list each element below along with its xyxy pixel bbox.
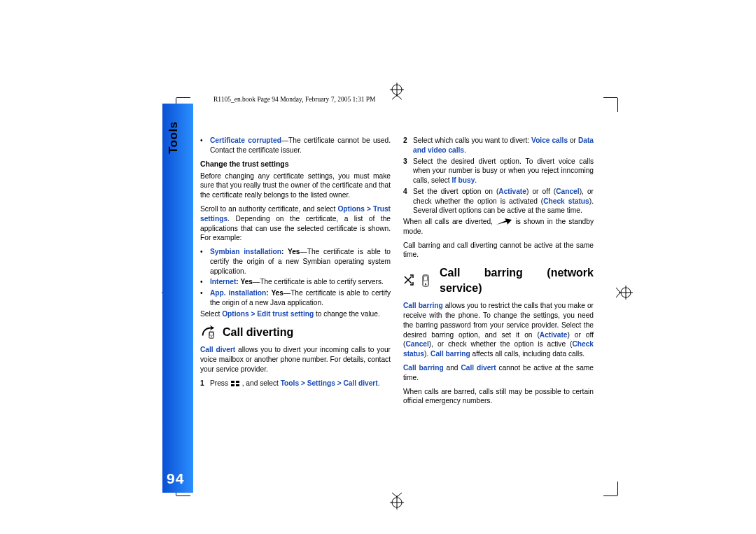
before-change-text: Before changing any certificate settings… xyxy=(200,171,391,200)
divert-arrow-icon xyxy=(496,218,512,225)
print-header: R1105_en.book Page 94 Monday, February 7… xyxy=(214,96,376,103)
bar-cancel-link: Cancel xyxy=(405,340,428,348)
step-1-num: 1 xyxy=(200,379,210,388)
bar-activate-link: Activate xyxy=(540,331,568,339)
cropmark-mid-bottom xyxy=(387,490,407,510)
section-label: Tools xyxy=(167,121,181,154)
divert-icon xyxy=(200,324,216,339)
svg-point-21 xyxy=(425,283,426,285)
app-install-label: App. installation xyxy=(210,289,266,297)
cancel-link: Cancel xyxy=(556,188,579,195)
select-edit-text: Select Options > Edit trust setting to c… xyxy=(200,309,391,319)
step-3-num: 3 xyxy=(403,157,413,185)
barring-divert-exclusive: Call barring and Call divert cannot be a… xyxy=(403,363,594,383)
cropmark-mid-right xyxy=(613,283,633,302)
divert-intro: Call divert allows you to divert your in… xyxy=(200,345,391,374)
if-busy-link: If busy xyxy=(451,176,475,184)
change-trust-heading: Change the trust settings xyxy=(200,159,391,169)
barring-intro: Call barring allows you to restrict the … xyxy=(403,301,594,359)
not-both-active: Call barring and call diverting cannot b… xyxy=(403,241,594,260)
edit-trust-link: Options > Edit trust setting xyxy=(222,310,314,318)
svg-rect-15 xyxy=(231,381,234,383)
cropmark-top-right xyxy=(603,92,623,112)
emergency-note: When calls are barred, calls still may b… xyxy=(403,387,594,407)
sidebar-band xyxy=(162,104,193,493)
activate-link: Activate xyxy=(498,188,526,195)
svg-rect-18 xyxy=(236,384,239,386)
symbian-label: Symbian installation xyxy=(210,248,281,255)
call-diverting-heading: Call diverting xyxy=(200,324,391,339)
cert-corrupted-label: Certificate corrupted xyxy=(210,136,281,144)
cropmark-mid-top xyxy=(387,83,407,102)
svg-rect-20 xyxy=(424,276,428,281)
left-column: • Certificate corrupted—The certificate … xyxy=(200,136,391,493)
barring-icon xyxy=(403,274,433,288)
voice-calls-link: Voice calls xyxy=(531,136,568,144)
scroll-text: Scroll to an authority certificate, and … xyxy=(200,204,391,243)
settings-call-divert-link: Tools > Settings > Call divert xyxy=(281,379,378,387)
menu-key-icon xyxy=(230,380,240,387)
internet-label: Internet xyxy=(210,278,236,286)
svg-point-14 xyxy=(211,337,211,337)
call-barring-heading: Call barring (network service) xyxy=(403,265,594,295)
cropmark-bottom-right xyxy=(603,482,623,501)
check-status-link: Check status xyxy=(543,197,589,205)
svg-rect-16 xyxy=(236,381,239,383)
svg-rect-13 xyxy=(210,333,214,336)
when-all-diverted: When all calls are diverted, is shown in… xyxy=(403,217,594,237)
svg-rect-17 xyxy=(231,384,234,386)
page-content: • Certificate corrupted—The certificate … xyxy=(200,136,594,493)
page-number: 94 xyxy=(167,470,184,487)
right-column: 2 Select which calls you want to divert:… xyxy=(403,136,594,493)
step-2-num: 2 xyxy=(403,136,413,155)
step-4-num: 4 xyxy=(403,187,413,216)
